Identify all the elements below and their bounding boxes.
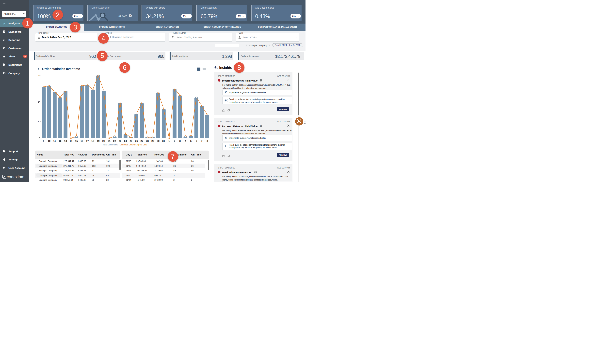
svg-text:18: 18 [91,140,94,142]
svg-text:17: 17 [86,140,89,142]
svg-text:13: 13 [64,140,67,142]
svg-text:12: 12 [59,140,62,142]
svg-text:6: 6 [196,140,197,142]
svg-text:21: 21 [108,140,111,142]
svg-text:20: 20 [102,140,105,142]
svg-text:68: 68 [38,74,40,77]
svg-text:conexiom: conexiom [7,175,24,179]
svg-text:29: 29 [152,140,154,142]
svg-text:Total Documents - Delivered Be: Total Documents - Delivered Before Ship … [103,143,147,146]
svg-text:24: 24 [124,140,127,142]
svg-text:1: 1 [168,140,170,142]
svg-text:22: 22 [113,140,116,142]
svg-text:3: 3 [179,140,181,142]
svg-text:10: 10 [48,140,51,142]
svg-text:9: 9 [43,140,44,142]
svg-text:4: 4 [185,140,186,142]
svg-text:16: 16 [81,140,83,142]
svg-text:27: 27 [140,140,143,142]
svg-text:20: 20 [38,120,40,123]
svg-text:5: 5 [190,140,192,142]
svg-text:26: 26 [135,140,138,142]
svg-text:2: 2 [174,140,175,142]
svg-text:15: 15 [75,140,78,142]
svg-text:14: 14 [69,140,72,142]
svg-text:30: 30 [157,140,160,142]
svg-text:25: 25 [129,140,132,142]
svg-text:8: 8 [207,140,208,142]
svg-text:19: 19 [97,140,100,142]
svg-text:40: 40 [38,101,40,104]
svg-text:31: 31 [162,140,165,142]
svg-text:11: 11 [53,140,56,142]
svg-text:28: 28 [146,140,149,142]
svg-text:7: 7 [201,140,202,142]
svg-text:23: 23 [119,140,121,142]
